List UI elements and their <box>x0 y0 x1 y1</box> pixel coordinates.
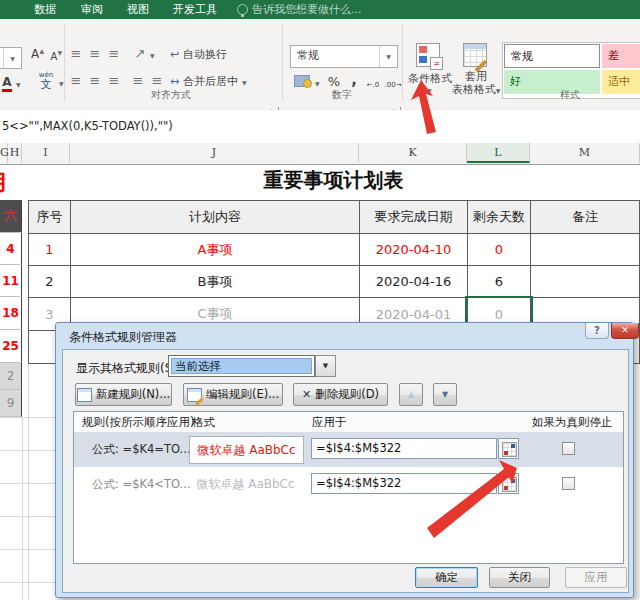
calendar-date[interactable]: 25 <box>0 330 22 363</box>
tab-data[interactable]: 数据 <box>34 0 56 19</box>
table-cell[interactable] <box>531 266 640 298</box>
applies-to-input[interactable]: =$I$4:$M$322 <box>311 438 497 459</box>
accounting-caret-icon[interactable]: ▼ <box>315 80 320 87</box>
increase-indent-button[interactable]: ≡ <box>149 73 165 89</box>
close-button[interactable]: 关闭 <box>489 567 550 588</box>
style-bad[interactable]: 差 <box>602 44 640 68</box>
calendar-date-next-month[interactable]: 2 <box>0 363 22 390</box>
move-rule-down-button[interactable]: ▼ <box>433 383 457 406</box>
style-normal[interactable]: 常规 <box>504 44 600 68</box>
conditional-formatting-rules-manager-dialog: 条件格式规则管理器 ? ✕ 显示其格式规则(S): 当前选择 ▼ 新建规则(N)… <box>55 322 634 598</box>
number-format-combo[interactable]: 常规 ▼ <box>290 45 398 68</box>
wrap-text-button[interactable]: ↩ 自动换行 <box>170 47 266 62</box>
number-format-caret-icon[interactable]: ▼ <box>379 46 397 67</box>
ribbon: ▼ A▲ A▼ A ▼ wén 文 ▼ ≡ ≡ ≡ ↗ ▼ ≡ ≡ ≡ ≡ ≡ … <box>0 19 640 111</box>
group-divider <box>402 23 403 101</box>
dialog-title: 条件格式规则管理器 <box>69 329 177 346</box>
stop-if-true-checkbox[interactable] <box>562 442 575 455</box>
table-header-note[interactable]: 备注 <box>531 201 640 234</box>
table-cell[interactable]: 0 <box>468 234 531 266</box>
merge-center-button[interactable]: ↔ 合并后居中 ▼ <box>170 74 280 89</box>
show-rules-dropdown[interactable]: 当前选择 <box>168 355 315 377</box>
gridline <box>28 363 29 600</box>
column-header-l-selected[interactable]: L <box>467 143 530 163</box>
conditional-formatting-icon: ≠ <box>416 43 440 67</box>
delete-icon: ✕ <box>302 388 311 401</box>
ok-button[interactable]: 确定 <box>415 567 478 588</box>
table-cell[interactable]: 6 <box>468 266 531 298</box>
formula-text[interactable]: 5<>"",MAX(0,K5-TODAY()),"") <box>2 119 173 133</box>
shrink-font-button[interactable]: A▼ <box>46 49 62 65</box>
close-icon[interactable]: ✕ <box>611 323 639 339</box>
range-picker-icon[interactable] <box>498 438 519 459</box>
tell-me-search[interactable]: 告诉我您想要做什么... <box>252 0 362 19</box>
table-header-content[interactable]: 计划内容 <box>71 201 360 234</box>
font-color-button[interactable]: A <box>0 75 14 93</box>
wrap-text-icon: ↩ <box>170 48 179 61</box>
align-bottom-button[interactable]: ≡ <box>106 46 122 62</box>
formula-bar[interactable]: 5<>"",MAX(0,K5-TODAY()),"") <box>0 110 640 144</box>
new-rule-button[interactable]: 新建规则(N)... <box>75 383 172 406</box>
rule-row[interactable]: 公式: =$K4<TO... 微软卓越 AaBbCc =$I$4:$M$322 <box>74 467 623 502</box>
align-left-button[interactable]: ≡ <box>68 73 84 89</box>
comma-style-button[interactable]: , <box>348 71 360 89</box>
calendar-date[interactable]: 18 <box>0 297 22 330</box>
percent-style-button[interactable]: % <box>326 74 342 89</box>
show-rules-caret-icon[interactable]: ▼ <box>315 355 336 377</box>
orientation-caret-icon[interactable]: ▼ <box>150 52 155 59</box>
table-cell[interactable]: 2 <box>29 266 71 298</box>
align-middle-button[interactable]: ≡ <box>87 46 103 62</box>
table-header-days[interactable]: 剩余天数 <box>468 201 531 234</box>
table-cell[interactable]: A事项 <box>71 234 360 266</box>
column-header-k[interactable]: K <box>359 143 467 163</box>
rule-formula: 公式: =$K4=TO... <box>92 442 191 457</box>
clipped-red-title-char: 月 <box>0 168 11 196</box>
up-arrow-icon: ▲ <box>408 390 414 399</box>
align-top-button[interactable]: ≡ <box>68 46 84 62</box>
font-color-caret-icon[interactable]: ▼ <box>16 81 21 88</box>
stop-if-true-checkbox[interactable] <box>562 477 575 490</box>
column-header-g[interactable]: G <box>0 143 8 163</box>
table-cell[interactable]: 2020-04-16 <box>360 266 468 298</box>
format-as-table-button-line2[interactable]: 表格格式▼ <box>448 82 504 97</box>
phonetic-guide-button[interactable]: wén 文 <box>34 72 58 96</box>
table-header-no[interactable]: 序号 <box>29 201 71 234</box>
grow-font-button[interactable]: A▲ <box>26 47 44 65</box>
column-headers: G H I J K L M <box>0 143 640 165</box>
font-size-caret-icon[interactable]: ▼ <box>3 48 21 68</box>
decrease-indent-button[interactable]: ≡ <box>130 73 146 89</box>
tab-view[interactable]: 视图 <box>127 0 149 19</box>
calendar-day-header[interactable]: 六 <box>0 200 22 233</box>
align-right-button[interactable]: ≡ <box>106 73 122 89</box>
column-header-j[interactable]: J <box>70 143 359 163</box>
move-rule-up-button[interactable]: ▲ <box>399 383 423 406</box>
calendar-date[interactable]: 11 <box>0 265 22 297</box>
table-cell[interactable]: B事项 <box>71 266 360 298</box>
rule-row-selected[interactable]: 公式: =$K4=TO... 微软卓越 AaBbCc =$I$4:$M$322 <box>74 432 623 467</box>
orientation-button[interactable]: ↗ <box>130 46 150 62</box>
font-size-combo[interactable]: ▼ <box>0 47 22 69</box>
column-header-m[interactable]: M <box>530 143 640 163</box>
table-header-date[interactable]: 要求完成日期 <box>360 201 468 234</box>
tab-review[interactable]: 审阅 <box>81 0 103 19</box>
calendar-date[interactable]: 4 <box>0 233 22 265</box>
rule-format-preview: 微软卓越 AaBbCc <box>189 471 302 497</box>
edit-rule-button[interactable]: 编辑规则(E)... <box>183 383 283 406</box>
help-icon[interactable]: ? <box>585 323 609 339</box>
gridline <box>0 450 55 451</box>
phonetic-caret-icon[interactable]: ▼ <box>59 80 64 87</box>
table-cell[interactable]: 1 <box>29 234 71 266</box>
down-arrow-icon: ▼ <box>442 390 448 399</box>
column-header-h[interactable]: H <box>8 143 22 163</box>
calendar-date-next-month[interactable]: 9 <box>0 390 22 417</box>
merge-center-caret-icon[interactable]: ▼ <box>242 79 247 86</box>
table-cell[interactable] <box>531 234 640 266</box>
apply-button-disabled: 应用 <box>565 567 627 588</box>
table-cell[interactable]: 2020-04-10 <box>360 234 468 266</box>
gridline <box>0 417 55 418</box>
column-header-i[interactable]: I <box>22 143 70 163</box>
tab-developer[interactable]: 开发工具 <box>173 0 217 19</box>
align-center-button[interactable]: ≡ <box>87 73 103 89</box>
delete-rule-button[interactable]: ✕ 删除规则(D) <box>293 383 388 406</box>
group-divider <box>282 23 283 101</box>
